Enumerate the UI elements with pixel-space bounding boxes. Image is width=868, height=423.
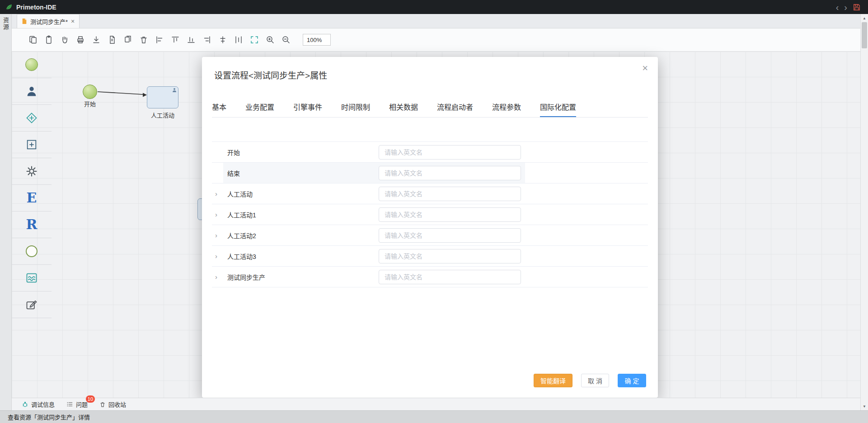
print-icon[interactable] — [76, 35, 85, 44]
duplicate-icon[interactable] — [123, 35, 132, 44]
english-name-input[interactable] — [379, 166, 521, 180]
palette-start-event[interactable] — [12, 52, 52, 78]
zoom-out-icon[interactable] — [282, 35, 291, 44]
row-label: 测试同步生产 — [223, 273, 379, 282]
config-row[interactable]: › 人工活动1 — [212, 204, 648, 225]
scroll-up-icon[interactable]: ▲ — [861, 14, 868, 22]
back-icon[interactable]: ‹ — [836, 3, 839, 12]
tab-close-icon[interactable]: × — [71, 18, 75, 25]
palette-e-node[interactable]: E — [12, 185, 52, 212]
left-rail: 资源 — [0, 14, 12, 410]
config-row[interactable]: › 人工活动 — [212, 183, 648, 204]
scrollbar-thumb[interactable] — [862, 22, 867, 48]
user-icon — [25, 85, 38, 98]
primeton-logo-icon — [5, 4, 13, 11]
debug-info-item[interactable]: 调试信息 — [22, 400, 55, 409]
row-label: 人工活动2 — [223, 231, 379, 240]
tab-engine-events[interactable]: 引擎事件 — [293, 103, 322, 117]
task-user-icon — [172, 88, 177, 93]
save-icon[interactable] — [853, 3, 861, 11]
tab-basic[interactable]: 基本 — [212, 103, 226, 117]
row-label: 结束 — [223, 169, 379, 178]
config-row[interactable]: 开始 — [212, 142, 648, 163]
copy-icon[interactable] — [28, 35, 38, 44]
debug-label: 调试信息 — [31, 400, 55, 409]
dialog-title: 设置流程<测试同步生产>属性 — [214, 69, 327, 81]
palette-manual-activity[interactable] — [12, 78, 52, 105]
tab-process-params[interactable]: 流程参数 — [492, 103, 521, 117]
expand-chevron-icon[interactable]: › — [212, 252, 223, 260]
start-event-node[interactable] — [83, 85, 97, 99]
english-name-input[interactable] — [379, 249, 521, 263]
palette-auto-activity[interactable] — [12, 158, 52, 185]
config-row[interactable]: › 人工活动3 — [212, 246, 648, 267]
expand-chevron-icon[interactable]: › — [212, 231, 223, 239]
cancel-button[interactable]: 取 消 — [581, 374, 609, 387]
start-event-icon — [25, 58, 38, 71]
dialog-footer: 智能翻译 取 消 确 定 — [534, 374, 646, 387]
tab-i18n-config[interactable]: 国际化配置 — [540, 103, 576, 117]
distribute-icon[interactable] — [234, 35, 243, 44]
tab-time-limit[interactable]: 时间限制 — [341, 103, 370, 117]
align-bottom-icon[interactable] — [187, 35, 196, 44]
row-label: 人工活动 — [223, 189, 379, 198]
i18n-config-table: 开始 结束 › 人工活动 › 人工活动1 › — [212, 141, 648, 287]
english-name-input[interactable] — [379, 228, 521, 243]
config-row[interactable]: › 测试同步生产 — [212, 267, 648, 287]
bottom-panel-bar: 调试信息 问题 10 回收站 — [12, 398, 860, 410]
palette-waves[interactable] — [12, 265, 52, 291]
tab-process-initiator[interactable]: 流程启动者 — [437, 103, 473, 117]
palette-annotation[interactable] — [12, 291, 52, 318]
zoom-in-icon[interactable] — [266, 35, 275, 44]
letter-r-icon: R — [26, 218, 38, 231]
letter-e-icon: E — [27, 191, 37, 205]
align-top-icon[interactable] — [171, 35, 180, 44]
start-node-label: 开始 — [78, 99, 102, 108]
problems-list-icon — [66, 401, 73, 408]
editor-tab[interactable]: 测试同步生产* × — [17, 14, 80, 28]
manual-activity-node[interactable] — [147, 86, 178, 108]
recycle-bin-item[interactable]: 回收站 — [99, 400, 126, 409]
palette-r-node[interactable]: R — [12, 212, 52, 238]
resource-rail-tab[interactable]: 资源 — [1, 14, 10, 410]
confirm-button[interactable]: 确 定 — [618, 374, 646, 387]
expand-chevron-icon[interactable]: › — [212, 211, 223, 218]
english-name-input[interactable] — [379, 207, 521, 222]
english-name-input[interactable] — [379, 145, 521, 160]
row-label: 开始 — [223, 148, 379, 157]
forward-icon[interactable]: › — [844, 3, 847, 12]
vertical-scrollbar[interactable]: ▲ ▼ — [860, 14, 868, 410]
node-palette: E R — [12, 52, 52, 318]
problems-item[interactable]: 问题 10 — [66, 400, 88, 409]
row-label: 人工活动3 — [223, 252, 379, 261]
palette-end-event[interactable] — [12, 238, 52, 265]
titlebar: Primeton-IDE ‹ › — [0, 0, 868, 14]
tab-related-data[interactable]: 相关数据 — [389, 103, 418, 117]
english-name-input[interactable] — [379, 187, 521, 201]
document-icon[interactable] — [108, 35, 117, 44]
expand-chevron-icon[interactable]: › — [212, 190, 223, 197]
paste-icon[interactable] — [44, 35, 53, 44]
delete-icon[interactable] — [139, 35, 148, 44]
expand-chevron-icon[interactable]: › — [212, 273, 223, 281]
align-center-icon[interactable] — [218, 35, 227, 44]
align-left-icon[interactable] — [155, 35, 164, 44]
download-icon[interactable] — [92, 35, 101, 44]
zoom-level-input[interactable] — [303, 34, 331, 46]
config-row[interactable]: › 人工活动2 — [212, 225, 648, 246]
fit-screen-icon[interactable] — [250, 35, 259, 44]
dialog-close-icon[interactable]: × — [642, 63, 648, 73]
palette-subprocess[interactable] — [12, 132, 52, 158]
row-label: 人工活动1 — [223, 210, 379, 219]
smart-translate-button[interactable]: 智能翻译 — [534, 374, 572, 387]
tab-business-config[interactable]: 业务配置 — [245, 103, 274, 117]
debug-icon — [22, 401, 28, 408]
english-name-input[interactable] — [379, 270, 521, 284]
file-icon — [22, 18, 27, 24]
align-right-icon[interactable] — [202, 35, 211, 44]
recycle-bin-label: 回收站 — [108, 400, 126, 409]
pan-hand-icon[interactable] — [60, 35, 69, 44]
palette-gateway[interactable] — [12, 105, 52, 132]
scroll-down-icon[interactable]: ▼ — [861, 403, 868, 410]
config-row[interactable]: 结束 — [212, 163, 648, 183]
